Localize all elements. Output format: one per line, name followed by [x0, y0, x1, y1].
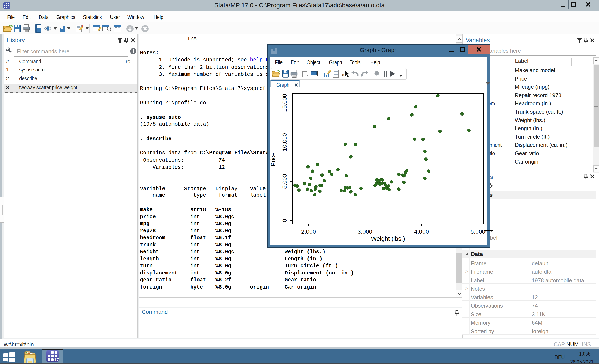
svg-text:5,000: 5,000	[281, 174, 288, 189]
svg-text:0: 0	[281, 219, 288, 222]
svg-text:Weight (lbs.): Weight (lbs.)	[371, 235, 405, 242]
svg-text:3,000: 3,000	[358, 228, 372, 235]
svg-text:5,000: 5,000	[471, 228, 485, 235]
svg-text:2,000: 2,000	[301, 228, 316, 235]
svg-text:10,000: 10,000	[281, 133, 288, 151]
svg-text:×: ×	[342, 73, 344, 77]
svg-text:17: 17	[54, 357, 59, 362]
svg-text:4,000: 4,000	[414, 228, 429, 235]
svg-text:15,000: 15,000	[281, 94, 288, 112]
svg-text:Price: Price	[270, 152, 276, 166]
